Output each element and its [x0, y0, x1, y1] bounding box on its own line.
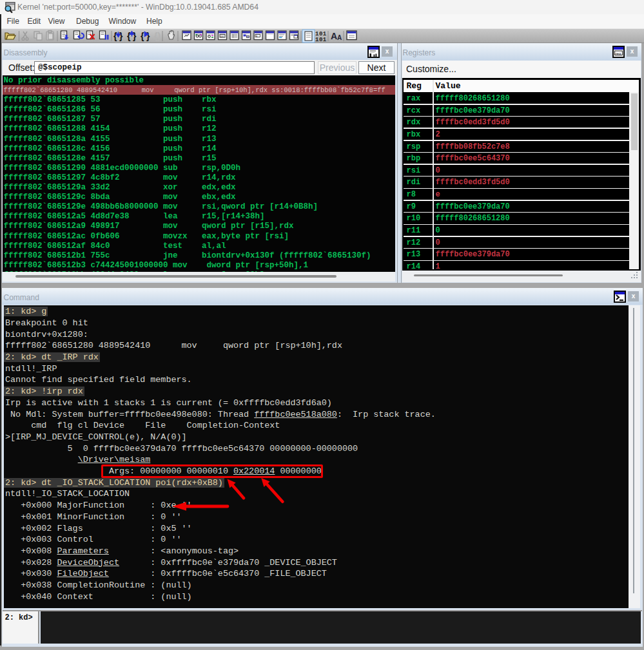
svg-text:}: } — [119, 31, 123, 41]
svg-text:A: A — [337, 34, 342, 41]
svg-text:{): {) — [154, 31, 161, 41]
svg-text:ox: ox — [220, 35, 224, 38]
svg-text:A: A — [331, 31, 337, 41]
svg-text:reg: reg — [616, 52, 621, 55]
svg-text:{: { — [141, 31, 144, 41]
svg-text:{: { — [127, 31, 131, 41]
svg-text:101: 101 — [315, 37, 327, 43]
svg-text:}: } — [133, 31, 137, 41]
svg-text:}: } — [146, 31, 150, 41]
svg-text:{: { — [113, 31, 117, 41]
svg-text:k: k — [256, 35, 258, 38]
